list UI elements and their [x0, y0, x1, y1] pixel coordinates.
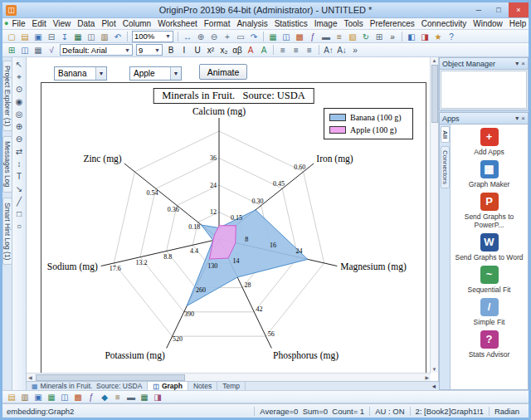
vertical-scrollbar[interactable]: ▲ ▼ — [430, 57, 438, 373]
graph-maker-icon[interactable]: ▦ — [480, 160, 499, 178]
menu-window[interactable]: Window — [470, 18, 506, 29]
align-left-button[interactable]: ≡ — [276, 44, 290, 56]
help-icon[interactable]: ? — [445, 31, 458, 42]
new-function-plot-icon[interactable]: ƒ — [85, 391, 98, 403]
scroll-up-icon[interactable]: ▲ — [431, 57, 439, 64]
menu-file[interactable]: File — [8, 18, 28, 29]
send-graphs-to-word-app[interactable]: WSend Graphs to Word — [451, 232, 528, 264]
menu-edit[interactable]: Edit — [29, 18, 50, 29]
menu-data[interactable]: Data — [74, 18, 98, 29]
menu-view[interactable]: View — [50, 18, 75, 29]
new-layout-icon[interactable]: ▬ — [124, 391, 138, 403]
panel-menu-icon[interactable]: ▾ — [515, 115, 519, 122]
menu-worksheet[interactable]: Worksheet — [154, 18, 201, 29]
italic-button[interactable]: I — [178, 44, 191, 56]
data-reader-tool[interactable]: ⊙ — [13, 84, 26, 96]
font-color-button[interactable]: A — [244, 44, 257, 56]
new-project-icon[interactable]: ▢ — [5, 31, 18, 42]
menu-statistics[interactable]: Statistics — [271, 18, 311, 29]
menu-analysis[interactable]: Analysis — [233, 18, 270, 29]
tab-temp[interactable]: Temp — [217, 382, 246, 390]
apps-tab-all[interactable]: All — [441, 126, 450, 143]
save-icon[interactable]: ▣ — [32, 391, 45, 403]
chevron-down-icon[interactable]: ▼ — [163, 33, 171, 39]
object-manager-header[interactable]: Object Manager ▾ × — [440, 58, 528, 70]
new-3d-graph-icon[interactable]: ◆ — [98, 391, 111, 403]
send-graphs-to-powerpoint-app[interactable]: PSend Graphs to PowerP... — [451, 191, 528, 232]
new-matrix-icon[interactable]: ▩ — [71, 391, 85, 403]
highlight-button[interactable]: A — [257, 44, 270, 56]
zoom-out-tool[interactable]: ⊖ — [13, 134, 26, 146]
new-folder-icon[interactable]: ▤ — [5, 391, 18, 403]
stats-advisor-app[interactable]: ?Stats Advisor — [451, 329, 528, 361]
close-button[interactable]: × — [509, 2, 529, 17]
maximize-button[interactable]: □ — [489, 2, 509, 17]
project-explorer-tab[interactable]: Project Explorer (1) — [2, 61, 12, 131]
graph-page[interactable]: 1224360.150.300.450.60816241428425613026… — [41, 82, 426, 374]
new-matrix-icon[interactable]: ▩ — [293, 31, 306, 42]
graph-maker-app[interactable]: ▦Graph Maker — [451, 159, 528, 191]
new-graph-icon[interactable]: ◫ — [280, 31, 293, 42]
full-page-icon[interactable]: ▭ — [234, 31, 247, 42]
add-layer-icon[interactable]: ⊞ — [5, 44, 18, 56]
object-manager-body[interactable] — [441, 71, 527, 109]
legend-entry[interactable]: Apple (100 g) — [329, 124, 407, 136]
panel-close-icon[interactable]: × — [521, 60, 525, 67]
animate-button[interactable]: Animate — [199, 64, 247, 80]
import-wizard-icon[interactable]: ↧ — [58, 31, 71, 42]
titlebar[interactable]: ◫ OriginPro 2019b 64-bit (Administrator)… — [2, 2, 529, 18]
vertical-scrollbar-thumb[interactable] — [431, 65, 438, 123]
subscript-button[interactable]: x₂ — [217, 44, 231, 56]
stats-advisor-icon[interactable]: ? — [480, 330, 499, 349]
pan-tool[interactable]: ⇄ — [13, 146, 26, 159]
legend[interactable]: Banana (100 g)Apple (100 g) — [324, 108, 413, 139]
new-notes-icon[interactable]: ≡ — [111, 391, 124, 403]
copy-icon[interactable]: ◫ — [85, 31, 98, 42]
font-name-dropdown[interactable]: Default: Arial▼ — [60, 44, 133, 56]
script-window-icon[interactable]: » — [386, 31, 399, 42]
bold-button[interactable]: B — [164, 44, 178, 56]
undo-icon[interactable]: ↶ — [111, 31, 124, 42]
save-project-icon[interactable]: ▣ — [32, 31, 45, 42]
rescale-icon[interactable]: ↔ — [181, 31, 194, 42]
text-tool[interactable]: T — [13, 171, 26, 183]
arrow-tool[interactable]: ↘ — [13, 183, 26, 196]
paste-icon[interactable]: ▥ — [98, 31, 111, 42]
add-apps-app[interactable]: +Add Apps — [451, 126, 528, 159]
simple-fit-app[interactable]: /Simple Fit — [451, 296, 528, 329]
simple-fit-icon[interactable]: / — [480, 298, 499, 316]
menu-image[interactable]: Image — [311, 18, 341, 29]
status-angle-unit[interactable]: Radian — [489, 407, 524, 416]
decrease-font-button[interactable]: A↓ — [335, 44, 348, 56]
import-excel-icon[interactable]: ▦ — [71, 31, 85, 42]
theme-icon[interactable]: ◧ — [405, 31, 418, 42]
tab-scroll-left-icon[interactable]: ◂ — [429, 382, 439, 390]
apps-icon[interactable]: ★ — [431, 31, 445, 42]
chevron-down-icon[interactable]: ▼ — [152, 47, 160, 53]
minimize-button[interactable]: ─ — [469, 2, 489, 17]
chevron-down-icon[interactable]: ▼ — [95, 67, 106, 80]
sequential-fit-icon[interactable]: ~ — [480, 266, 499, 284]
new-workbook-icon[interactable]: ▦ — [45, 391, 58, 403]
scroll-left-icon[interactable]: ◀ — [27, 374, 34, 381]
mask-tool[interactable]: ◎ — [13, 109, 26, 121]
apps-tab-connectors[interactable]: Connectors — [441, 146, 450, 188]
align-center-button[interactable]: ≡ — [290, 44, 303, 56]
horizontal-scrollbar[interactable]: ◀ ▶ — [27, 373, 431, 381]
pan-icon[interactable]: + — [221, 31, 234, 42]
circle-tool[interactable]: ○ — [13, 221, 26, 233]
line-tool[interactable]: ╱ — [13, 196, 26, 208]
chevron-down-icon[interactable]: ▼ — [170, 67, 181, 80]
color-manager-icon[interactable]: ◨ — [418, 31, 431, 42]
insert-graph-icon[interactable]: ◫ — [18, 44, 32, 56]
menu-connectivity[interactable]: Connectivity — [418, 18, 470, 29]
increase-font-button[interactable]: A↑ — [322, 44, 335, 56]
menu-plot[interactable]: Plot — [98, 18, 119, 29]
legend-entry[interactable]: Banana (100 g) — [329, 111, 407, 124]
panel-close-icon[interactable]: × — [521, 115, 525, 122]
scroll-right-icon[interactable]: ▶ — [423, 374, 431, 381]
menu-preferences[interactable]: Preferences — [367, 18, 418, 29]
zoom-out-icon[interactable]: ⊖ — [207, 31, 221, 42]
menu-column[interactable]: Column — [119, 18, 154, 29]
screen-reader-tool[interactable]: ⌖ — [13, 71, 26, 84]
